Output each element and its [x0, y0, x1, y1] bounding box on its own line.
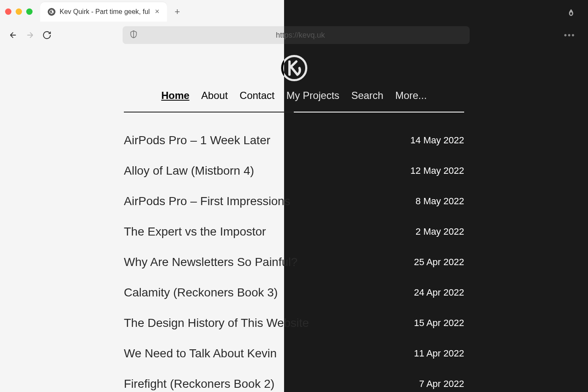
post-item[interactable]: Alloy of Law (Mistborn 4) 12 May 2022	[124, 156, 464, 186]
post-item[interactable]: Why Are Newsletters So Painful? 25 Apr 2…	[124, 247, 464, 277]
post-date: 24 Apr 2022	[414, 287, 464, 298]
post-date: 14 May 2022	[410, 135, 464, 146]
post-title: AirPods Pro – First Impressions	[124, 195, 290, 208]
tab-bar: Kev Quirk - Part time geek, ful × +	[0, 0, 588, 23]
post-title: Calamity (Reckoners Book 3)	[124, 286, 278, 299]
post-title: The Design History of This Website	[124, 316, 309, 330]
forward-button[interactable]	[25, 30, 35, 40]
browser-tab[interactable]: Kev Quirk - Part time geek, ful ×	[40, 2, 167, 22]
post-date: 7 Apr 2022	[419, 378, 464, 389]
svg-point-1	[282, 56, 306, 80]
shield-icon[interactable]	[129, 30, 138, 40]
post-item[interactable]: The Design History of This Website 15 Ap…	[124, 308, 464, 338]
nav-search[interactable]: Search	[351, 90, 383, 101]
url-text: https://kevq.uk	[138, 31, 463, 40]
posts-list: AirPods Pro – 1 Week Later 14 May 2022 A…	[124, 112, 464, 392]
tab-close-button[interactable]: ×	[155, 7, 159, 16]
browser-menu-button[interactable]: •••	[564, 30, 575, 40]
main-nav: Home About Contact My Projects Search Mo…	[124, 90, 464, 112]
browser-chrome: Kev Quirk - Part time geek, ful × +	[0, 0, 588, 47]
window-controls	[5, 8, 33, 15]
post-title: AirPods Pro – 1 Week Later	[124, 134, 271, 147]
nav-projects[interactable]: My Projects	[287, 90, 339, 101]
nav-home[interactable]: Home	[161, 90, 189, 101]
post-title: The Expert vs the Impostor	[124, 225, 266, 238]
post-date: 25 Apr 2022	[414, 257, 464, 268]
post-title: Alloy of Law (Mistborn 4)	[124, 164, 254, 178]
address-bar[interactable]: https://kevq.uk	[123, 26, 470, 44]
post-item[interactable]: Firefight (Reckoners Book 2) 7 Apr 2022	[124, 369, 464, 392]
post-date: 11 Apr 2022	[414, 348, 464, 359]
maximize-window-button[interactable]	[26, 8, 33, 15]
page-content: Home About Contact My Projects Search Mo…	[0, 47, 588, 392]
nav-contact[interactable]: Contact	[240, 90, 275, 101]
post-item[interactable]: The Expert vs the Impostor 2 May 2022	[124, 217, 464, 247]
post-item[interactable]: AirPods Pro – First Impressions 8 May 20…	[124, 186, 464, 217]
post-title: We Need to Talk About Kevin	[124, 347, 277, 360]
post-date: 15 Apr 2022	[414, 318, 464, 329]
nav-more[interactable]: More...	[395, 90, 427, 101]
post-title: Firefight (Reckoners Book 2)	[124, 377, 274, 391]
minimize-window-button[interactable]	[16, 8, 22, 15]
post-item[interactable]: AirPods Pro – 1 Week Later 14 May 2022	[124, 125, 464, 156]
nav-about[interactable]: About	[201, 90, 228, 101]
site-logo[interactable]	[0, 55, 588, 81]
post-item[interactable]: We Need to Talk About Kevin 11 Apr 2022	[124, 338, 464, 369]
back-button[interactable]	[8, 30, 18, 40]
tab-title: Kev Quirk - Part time geek, ful	[60, 8, 150, 16]
post-date: 8 May 2022	[416, 196, 464, 207]
post-date: 2 May 2022	[416, 226, 464, 237]
svg-point-0	[49, 9, 54, 14]
post-item[interactable]: Calamity (Reckoners Book 3) 24 Apr 2022	[124, 277, 464, 308]
post-date: 12 May 2022	[410, 165, 464, 176]
tab-favicon-icon	[48, 8, 55, 16]
post-title: Why Are Newsletters So Painful?	[124, 255, 298, 269]
flame-icon[interactable]	[567, 8, 575, 19]
reload-button[interactable]	[42, 30, 52, 40]
new-tab-button[interactable]: +	[175, 6, 180, 17]
close-window-button[interactable]	[5, 8, 11, 15]
